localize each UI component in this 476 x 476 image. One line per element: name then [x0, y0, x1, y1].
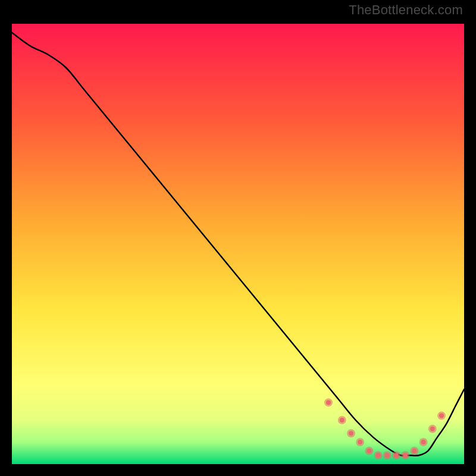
chart-svg	[12, 24, 464, 464]
marker-inner	[421, 440, 426, 444]
chart-plot-area	[12, 24, 464, 464]
marker-inner	[349, 431, 353, 436]
marker-inner	[376, 453, 381, 458]
marker-inner	[412, 449, 416, 453]
gradient-background	[12, 24, 464, 464]
attribution-label: TheBottleneck.com	[349, 2, 463, 18]
marker-inner	[385, 453, 390, 458]
marker-inner	[394, 453, 399, 458]
marker-inner	[340, 418, 345, 422]
marker-inner	[326, 400, 331, 405]
marker-inner	[430, 427, 435, 431]
marker-inner	[403, 453, 408, 458]
marker-inner	[358, 440, 362, 444]
marker-inner	[439, 414, 444, 418]
marker-inner	[367, 449, 371, 453]
